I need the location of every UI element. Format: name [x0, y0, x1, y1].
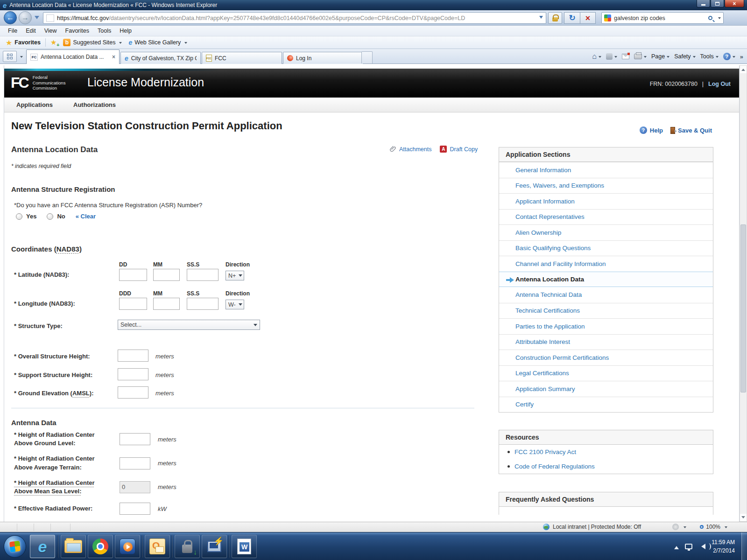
home-button[interactable]: ⌂ [592, 52, 601, 61]
sidebar-section-link[interactable]: Application Summary [499, 381, 713, 397]
overall-height-input[interactable] [118, 350, 148, 362]
address-dropdown-icon[interactable] [539, 16, 543, 21]
sidebar-section-link[interactable]: General Information [499, 162, 713, 178]
longitude-ddd-input[interactable] [119, 298, 147, 310]
sidebar-section-link[interactable]: Alien Ownership [499, 224, 713, 240]
latitude-direction-select[interactable]: N+ [226, 271, 244, 280]
taskbar-word[interactable] [232, 535, 257, 558]
quick-tabs-button[interactable] [3, 51, 17, 62]
antenna-field-input[interactable] [120, 433, 150, 445]
structure-type-select[interactable]: Select... [118, 320, 260, 330]
security-lock-button[interactable] [548, 12, 562, 24]
antenna-field-input[interactable] [120, 503, 150, 515]
start-button[interactable] [4, 535, 26, 558]
longitude-direction-select[interactable]: W- [226, 300, 244, 309]
close-button[interactable]: × [725, 0, 744, 7]
asr-no-radio[interactable] [47, 213, 53, 220]
ground-elevation-input[interactable] [118, 386, 148, 399]
scroll-up-button[interactable] [740, 66, 747, 73]
longitude-mm-input[interactable] [153, 298, 180, 310]
tab-list-dropdown[interactable] [17, 51, 23, 62]
sidebar-section-link[interactable]: Basic Qualifying Questions [499, 240, 713, 256]
sidebar-section-link[interactable]: Legal Certifications [499, 365, 713, 381]
asr-yes-radio[interactable] [16, 213, 22, 220]
taskbar-file-explorer[interactable] [61, 535, 86, 558]
scrollbar-thumb[interactable] [740, 224, 746, 392]
sidebar-section-link[interactable]: Technical Certifications [499, 303, 713, 319]
attachments-link[interactable]: Attachments [390, 146, 431, 153]
safety-menu[interactable]: Safety [674, 53, 695, 60]
search-icon[interactable] [708, 16, 712, 20]
latitude-mm-input[interactable] [153, 269, 180, 281]
menu-item[interactable]: File [4, 28, 21, 34]
sidebar-section-link[interactable]: Certify [499, 397, 713, 413]
back-button[interactable]: ← [4, 11, 17, 24]
draft-copy-link[interactable]: A Draft Copy [440, 146, 478, 153]
nav-item[interactable]: Authorizations [73, 101, 116, 108]
favorites-button[interactable]: Favorites [14, 39, 41, 46]
print-button[interactable] [634, 54, 647, 59]
resource-link[interactable]: Code of Federal Regulations [514, 463, 595, 470]
taskbar-chrome[interactable] [88, 535, 113, 558]
sidebar-section-link[interactable]: Channel and Facility Information [499, 256, 713, 272]
antenna-field-input[interactable] [120, 481, 150, 493]
sidebar-section-link[interactable]: Contact Representatives [499, 209, 713, 225]
vertical-scrollbar[interactable] [740, 65, 747, 522]
smartscreen-control[interactable] [672, 524, 686, 530]
new-tab-button[interactable] [361, 51, 373, 63]
network-icon[interactable] [685, 544, 692, 549]
speaker-icon[interactable] [698, 544, 705, 549]
browser-tab[interactable]: FCC × [202, 52, 282, 64]
webslice-dropdown-icon[interactable] [184, 42, 187, 45]
sidebar-section-link[interactable]: Applicant Information [499, 193, 713, 209]
latitude-dd-input[interactable] [119, 269, 147, 281]
browser-tab[interactable]: Antenna Location Data ... × [26, 49, 120, 64]
webslice-gallery-link[interactable]: Web Slice Gallery [134, 39, 181, 46]
forward-button[interactable]: → [19, 11, 32, 24]
support-height-input[interactable] [118, 368, 148, 380]
sidebar-section-link[interactable]: Antenna Location Data [499, 272, 713, 287]
taskbar-secure-transfer[interactable] [175, 535, 200, 558]
logout-link[interactable]: Log Out [708, 81, 731, 87]
maximize-button[interactable] [711, 0, 724, 7]
feeds-button[interactable] [606, 53, 617, 60]
tray-expand-icon[interactable] [674, 544, 679, 549]
suggested-sites-dropdown-icon[interactable] [119, 42, 122, 45]
add-favorite-icon[interactable]: ★ [50, 38, 56, 47]
search-dropdown-icon[interactable] [718, 17, 721, 21]
more-commands-icon[interactable]: » [740, 53, 743, 60]
taskbar-outlook[interactable] [145, 535, 170, 558]
tools-menu[interactable]: Tools [700, 53, 719, 60]
sidebar-section-link[interactable]: Antenna Technical Data [499, 287, 713, 303]
taskbar-media-player[interactable] [115, 535, 140, 558]
menu-item[interactable]: Help [115, 28, 136, 34]
browser-tab[interactable]: Log In × [283, 52, 363, 64]
read-mail-button[interactable] [622, 54, 629, 59]
help-menu[interactable]: ? [723, 53, 735, 60]
tray-clock[interactable]: 11:59 AM 2/7/2014 [712, 538, 735, 555]
refresh-button[interactable]: ↻ [564, 12, 580, 24]
taskbar-putty[interactable] [202, 535, 227, 558]
taskbar-internet-explorer[interactable]: e [30, 535, 55, 558]
menu-item[interactable]: View [40, 28, 61, 34]
sidebar-section-link[interactable]: Parties to the Application [499, 318, 713, 334]
show-desktop-button[interactable] [741, 532, 747, 560]
resource-link[interactable]: FCC 2100 Privacy Act [514, 448, 576, 455]
address-input[interactable]: https://lmuat.fcc.gov /dataentry/secure/… [43, 12, 546, 24]
search-input[interactable] [614, 15, 708, 21]
menu-item[interactable]: Edit [21, 28, 40, 34]
sidebar-section-link[interactable]: Fees, Waivers, and Exemptions [499, 178, 713, 194]
zoom-control[interactable]: 100% [700, 524, 727, 530]
tab-close-icon[interactable]: × [112, 54, 115, 60]
longitude-ss-input[interactable] [187, 298, 218, 310]
sidebar-section-link[interactable]: Attributable Interest [499, 334, 713, 350]
page-menu[interactable]: Page [651, 53, 669, 60]
browser-tab[interactable]: City of Galveston, TX Zip C... × [120, 52, 201, 64]
latitude-ss-input[interactable] [187, 269, 218, 281]
help-link[interactable]: ? Help [640, 126, 663, 134]
recent-pages-icon[interactable] [35, 16, 39, 21]
sidebar-section-link[interactable]: Construction Permit Certifications [499, 350, 713, 365]
minimize-button[interactable] [697, 0, 710, 7]
asr-clear-link[interactable]: « Clear [76, 213, 96, 220]
stop-button[interactable]: × [580, 12, 596, 24]
